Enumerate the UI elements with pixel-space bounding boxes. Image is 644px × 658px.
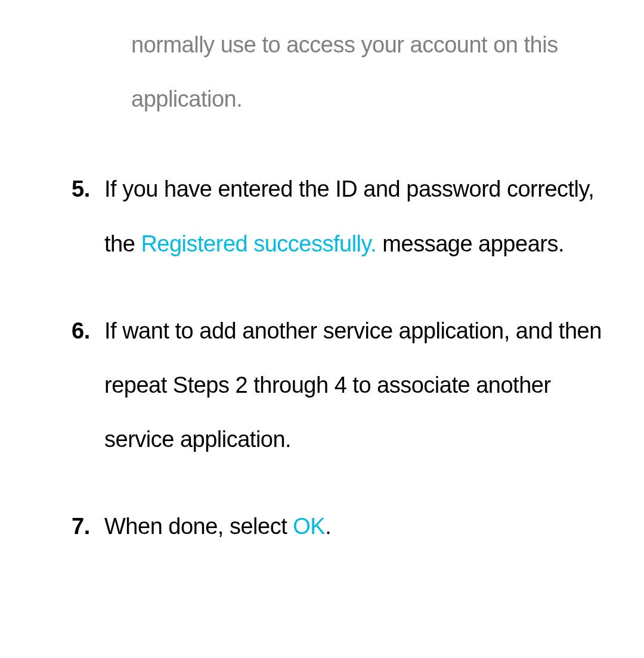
list-content-5: If you have entered the ID and password … <box>104 162 602 271</box>
text-after-7: . <box>325 514 331 539</box>
list-item-7: 7. When done, select OK. <box>72 499 602 554</box>
list-content-6: If want to add another service applicati… <box>104 304 602 467</box>
highlighted-7: OK <box>293 514 325 539</box>
list-number-7: 7. <box>72 499 104 554</box>
note-block: normally use to access your account on t… <box>131 18 590 126</box>
list-number-5: 5. <box>72 162 104 271</box>
note-text: normally use to access your account on t… <box>131 32 558 111</box>
list-content-7: When done, select OK. <box>104 499 602 554</box>
text-before-6: If want to add another service applicati… <box>104 318 602 452</box>
highlighted-5: Registered successfully. <box>141 231 376 256</box>
list-item-6: 6. If want to add another service applic… <box>72 304 602 467</box>
text-after-5: message appears. <box>376 231 564 256</box>
list-number-6: 6. <box>72 304 104 467</box>
list-item-5: 5. If you have entered the ID and passwo… <box>72 162 602 271</box>
text-before-7: When done, select <box>104 514 293 539</box>
